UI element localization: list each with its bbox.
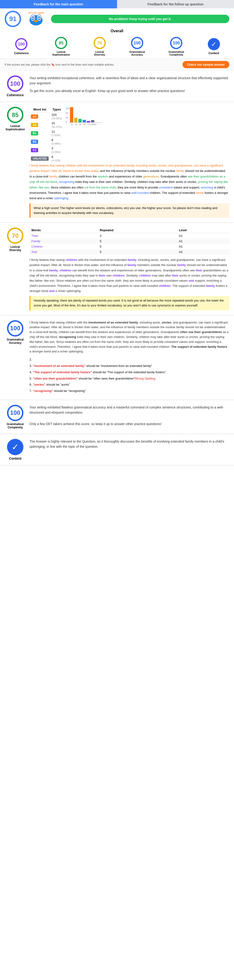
- lex-div-content: Words Repeated Level Their 3 A1 Family 5…: [29, 228, 229, 310]
- lex-soph-section-label: LexicalSophistication: [6, 124, 25, 131]
- gram-acc-circle: 100: [131, 37, 143, 49]
- tab-followup[interactable]: Feedback for the follow up question: [117, 0, 234, 8]
- honestly-note: Honestly speaking, there are plenty of r…: [29, 296, 229, 310]
- repeated-family: 5: [98, 239, 177, 244]
- lex-div-section: 70 LexicalDiversity Words Repeated Level…: [0, 223, 234, 315]
- level-family: A1: [177, 239, 229, 244]
- coherence-section-score: 100 Coherence: [5, 75, 26, 97]
- overall-row: 91 Let's try again! No problem! Keep try…: [0, 8, 234, 28]
- svg-text:C1: C1: [88, 123, 90, 126]
- gram-comp-paragraph1: Your writing exhibited flawless grammati…: [29, 405, 229, 415]
- repeated-their: 3: [98, 233, 177, 239]
- table-row: UNLISTED 6(4.12%): [29, 154, 63, 163]
- tab-main[interactable]: Feedback for the main question: [0, 0, 117, 8]
- A2-count: 15(10.27%): [50, 121, 63, 129]
- lex-soph-label: LexicalSophistication: [52, 51, 70, 56]
- badge-A1: A1: [31, 115, 38, 119]
- gram-acc-section-label: GrammaticalAccuracy: [7, 338, 24, 345]
- gram-comp-section-label: GrammaticalComplexity: [7, 423, 24, 429]
- unlisted-count: 6(4.12%): [50, 154, 63, 163]
- gram-acc-content: I firmly believe that raising children w…: [29, 320, 229, 395]
- lex-div-paragraph: I firmly believe that raising children w…: [29, 258, 229, 294]
- word-children: Children: [29, 244, 98, 249]
- coherence-circle: 100: [15, 38, 27, 50]
- repeat-table: Words Repeated Level Their 3 A1 Family 5…: [29, 228, 229, 255]
- gram-comp-label: GrammaticalComplexity: [168, 51, 184, 56]
- gram-comp-section-score: 100 GrammaticalComplexity: [5, 405, 26, 429]
- content-check-big-icon: ✓: [7, 439, 23, 455]
- word-family: Family: [29, 239, 98, 244]
- gram-comp-circle: 100: [170, 37, 182, 49]
- badge-B1: B1: [31, 131, 38, 135]
- content-score-item: ✓ Content: [208, 38, 220, 55]
- content-paragraph: The Answer is highly relevant to the Que…: [29, 439, 229, 449]
- content-label: Content: [208, 52, 219, 55]
- correction-4: 5. "often see their grandchildren" shoul…: [29, 376, 229, 381]
- B1-count: 11(7.53%): [50, 129, 63, 138]
- table-row: Family 5 A1: [29, 239, 229, 244]
- repeated-children: 5: [98, 244, 177, 249]
- svg-text:Unlisted: Unlisted: [90, 124, 96, 125]
- correction-2: 3. "involvement of an extended family" s…: [29, 364, 229, 369]
- coherence-score-item: 100 Coherence: [14, 38, 29, 55]
- gram-comp-paragraph2: Only a few DET takers achieve this score…: [29, 422, 229, 426]
- gram-acc-paragraph: I firmly believe that raising children w…: [29, 320, 229, 354]
- corrections-list: 2. 3. "involvement of an extended family…: [29, 357, 229, 393]
- svg-point-5: [32, 17, 34, 19]
- table-row: B2 8(5.48%): [29, 138, 63, 146]
- coherence-label: Coherence: [14, 52, 29, 55]
- svg-text:40: 40: [66, 116, 68, 119]
- content-section: ✓ Content The Answer is highly relevant …: [0, 434, 234, 466]
- table-row: A1 103(70.55%): [29, 112, 63, 121]
- sample-answer-button[interactable]: Check our sample answer: [183, 61, 229, 68]
- correction-1: 2.: [29, 357, 229, 362]
- bar-chart: 120 80 40 0 A1: [66, 107, 103, 130]
- lex-div-section-label: LexicalDiversity: [10, 245, 21, 252]
- overall-label: Overall: [0, 29, 234, 33]
- word-list-header: Word list: [29, 107, 50, 112]
- svg-text:A1: A1: [71, 123, 73, 126]
- svg-text:Let's try again!: Let's try again!: [28, 11, 44, 14]
- gram-acc-section: 100 GrammaticalAccuracy I firmly believe…: [0, 315, 234, 400]
- gram-comp-score-item: 100 GrammaticalComplexity: [168, 37, 184, 56]
- word-list-table: Word list Types A1 103(70.55%) A2: [29, 107, 63, 163]
- B2-count: 8(5.48%): [50, 138, 63, 146]
- table-row: C1 3(2.05%): [29, 146, 63, 154]
- content-content: The Answer is highly relevant to the Que…: [29, 439, 229, 460]
- svg-text:0: 0: [66, 121, 67, 123]
- svg-text:B2: B2: [83, 123, 86, 126]
- coherence-section: 100 Coherence Your writing exhibited exc…: [0, 71, 234, 102]
- badge-B2: B2: [31, 140, 38, 144]
- svg-text:80: 80: [66, 112, 68, 114]
- info-bar-text: If the scores are low, please click the …: [5, 63, 114, 66]
- tabs: Feedback for the main question Feedback …: [0, 0, 234, 8]
- table-row: Their 3 A1: [29, 233, 229, 239]
- lex-div-big-circle: 70: [7, 228, 23, 244]
- coherence-paragraph1: Your writing exhibited exceptional coher…: [29, 75, 229, 86]
- correction-3: 4. "The support of extended family foste…: [29, 370, 229, 375]
- correction-6: 7. "recognising" should be "recognizing": [29, 389, 229, 393]
- words-header: Words: [29, 228, 98, 233]
- overall-score-circle: 91: [5, 11, 21, 27]
- mascot-icon: Let's try again!: [27, 11, 45, 27]
- bar-chart-container: 120 80 40 0 A1: [66, 107, 229, 131]
- level-children: A1: [177, 244, 229, 249]
- coherence-big-circle: 100: [7, 75, 23, 92]
- content-section-label: Content: [9, 457, 21, 460]
- high-score-note: What a high score! The higher word level…: [29, 204, 229, 218]
- lex-div-label: LexicalDiversity: [94, 51, 105, 56]
- table-row: B1 11(7.53%): [29, 129, 63, 138]
- gram-comp-big-circle: 100: [7, 405, 23, 421]
- lex-div-section-score: 70 LexicalDiversity: [5, 228, 26, 310]
- svg-point-6: [38, 17, 40, 19]
- coherence-section-label: Coherence: [7, 93, 24, 97]
- svg-point-7: [34, 20, 38, 22]
- correction-5: 6. "uncles" should be "aunts": [29, 382, 229, 387]
- types-header: Types: [50, 107, 63, 112]
- coherence-paragraph2: To get this score, you already excel at …: [29, 88, 229, 94]
- repeated-header: Repeated: [98, 228, 177, 233]
- coherence-content: Your writing exhibited exceptional coher…: [29, 75, 229, 97]
- lex-soph-score-item: 85 LexicalSophistication: [52, 37, 70, 56]
- info-bar: If the scores are low, please click the …: [0, 59, 234, 71]
- badge-unlisted: UNLISTED: [31, 156, 49, 161]
